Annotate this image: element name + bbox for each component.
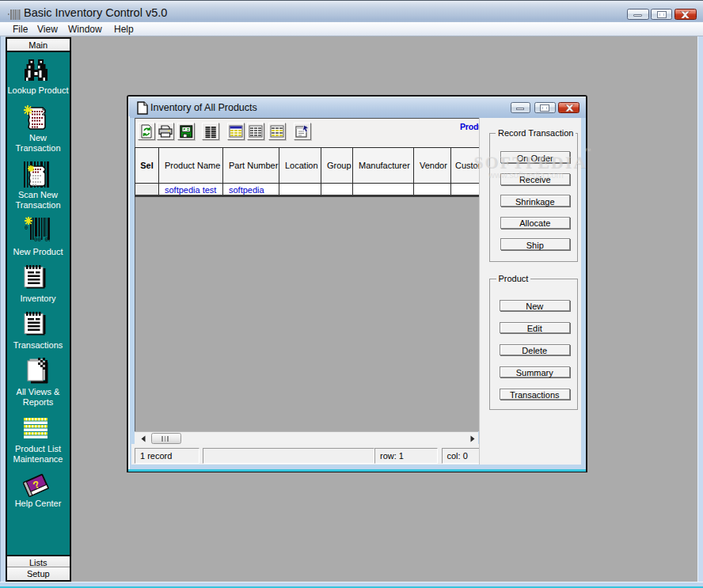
svg-text:0: 0 [25,225,28,231]
svg-text:00 00: 00 00 [34,237,50,242]
